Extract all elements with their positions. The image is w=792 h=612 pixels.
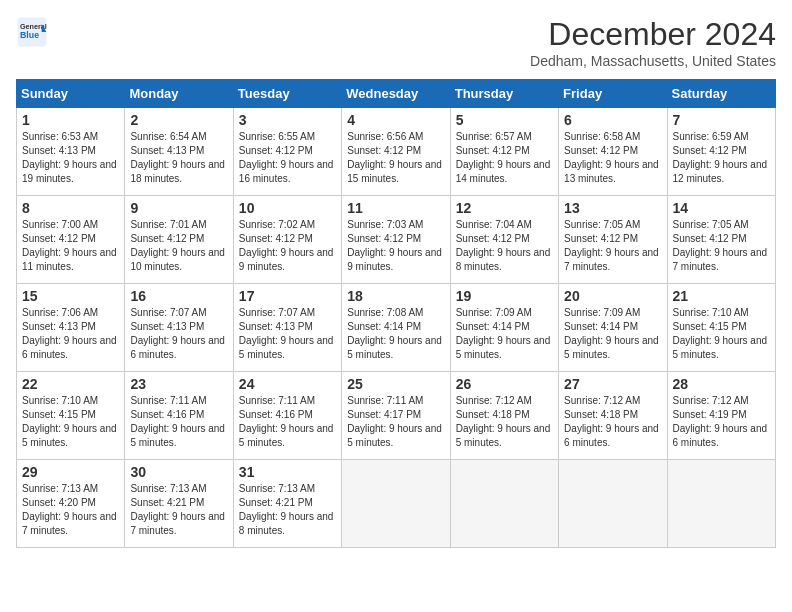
calendar-day-cell: 30 Sunrise: 7:13 AM Sunset: 4:21 PM Dayl…	[125, 460, 233, 548]
day-number: 10	[239, 200, 336, 216]
svg-text:Blue: Blue	[20, 30, 39, 40]
calendar-day-cell: 23 Sunrise: 7:11 AM Sunset: 4:16 PM Dayl…	[125, 372, 233, 460]
cell-info: Sunrise: 7:10 AM Sunset: 4:15 PM Dayligh…	[673, 306, 770, 362]
calendar-day-cell: 5 Sunrise: 6:57 AM Sunset: 4:12 PM Dayli…	[450, 108, 558, 196]
day-number: 1	[22, 112, 119, 128]
logo-icon: General Blue	[16, 16, 48, 48]
calendar-day-cell	[667, 460, 775, 548]
cell-info: Sunrise: 7:06 AM Sunset: 4:13 PM Dayligh…	[22, 306, 119, 362]
calendar-day-cell: 22 Sunrise: 7:10 AM Sunset: 4:15 PM Dayl…	[17, 372, 125, 460]
cell-info: Sunrise: 7:00 AM Sunset: 4:12 PM Dayligh…	[22, 218, 119, 274]
cell-info: Sunrise: 7:10 AM Sunset: 4:15 PM Dayligh…	[22, 394, 119, 450]
calendar-week-row: 8 Sunrise: 7:00 AM Sunset: 4:12 PM Dayli…	[17, 196, 776, 284]
cell-info: Sunrise: 7:07 AM Sunset: 4:13 PM Dayligh…	[239, 306, 336, 362]
weekday-header: Tuesday	[233, 80, 341, 108]
calendar-day-cell: 10 Sunrise: 7:02 AM Sunset: 4:12 PM Dayl…	[233, 196, 341, 284]
calendar-day-cell: 25 Sunrise: 7:11 AM Sunset: 4:17 PM Dayl…	[342, 372, 450, 460]
calendar-day-cell: 31 Sunrise: 7:13 AM Sunset: 4:21 PM Dayl…	[233, 460, 341, 548]
cell-info: Sunrise: 7:13 AM Sunset: 4:21 PM Dayligh…	[130, 482, 227, 538]
cell-info: Sunrise: 7:01 AM Sunset: 4:12 PM Dayligh…	[130, 218, 227, 274]
day-number: 21	[673, 288, 770, 304]
day-number: 31	[239, 464, 336, 480]
cell-info: Sunrise: 6:54 AM Sunset: 4:13 PM Dayligh…	[130, 130, 227, 186]
day-number: 9	[130, 200, 227, 216]
weekday-header: Friday	[559, 80, 667, 108]
weekday-header: Wednesday	[342, 80, 450, 108]
day-number: 5	[456, 112, 553, 128]
day-number: 8	[22, 200, 119, 216]
day-number: 30	[130, 464, 227, 480]
day-number: 3	[239, 112, 336, 128]
calendar-day-cell: 24 Sunrise: 7:11 AM Sunset: 4:16 PM Dayl…	[233, 372, 341, 460]
page-header: General Blue December 2024 Dedham, Massa…	[16, 16, 776, 69]
cell-info: Sunrise: 7:08 AM Sunset: 4:14 PM Dayligh…	[347, 306, 444, 362]
calendar-week-row: 22 Sunrise: 7:10 AM Sunset: 4:15 PM Dayl…	[17, 372, 776, 460]
day-number: 19	[456, 288, 553, 304]
calendar-day-cell: 20 Sunrise: 7:09 AM Sunset: 4:14 PM Dayl…	[559, 284, 667, 372]
weekday-header: Monday	[125, 80, 233, 108]
cell-info: Sunrise: 6:58 AM Sunset: 4:12 PM Dayligh…	[564, 130, 661, 186]
title-area: December 2024 Dedham, Massachusetts, Uni…	[530, 16, 776, 69]
calendar-day-cell	[450, 460, 558, 548]
calendar-day-cell: 8 Sunrise: 7:00 AM Sunset: 4:12 PM Dayli…	[17, 196, 125, 284]
calendar-day-cell: 9 Sunrise: 7:01 AM Sunset: 4:12 PM Dayli…	[125, 196, 233, 284]
calendar-day-cell: 28 Sunrise: 7:12 AM Sunset: 4:19 PM Dayl…	[667, 372, 775, 460]
calendar-day-cell: 17 Sunrise: 7:07 AM Sunset: 4:13 PM Dayl…	[233, 284, 341, 372]
day-number: 27	[564, 376, 661, 392]
calendar-day-cell: 2 Sunrise: 6:54 AM Sunset: 4:13 PM Dayli…	[125, 108, 233, 196]
day-number: 18	[347, 288, 444, 304]
calendar-day-cell: 15 Sunrise: 7:06 AM Sunset: 4:13 PM Dayl…	[17, 284, 125, 372]
calendar-day-cell: 26 Sunrise: 7:12 AM Sunset: 4:18 PM Dayl…	[450, 372, 558, 460]
cell-info: Sunrise: 7:04 AM Sunset: 4:12 PM Dayligh…	[456, 218, 553, 274]
calendar-day-cell: 12 Sunrise: 7:04 AM Sunset: 4:12 PM Dayl…	[450, 196, 558, 284]
cell-info: Sunrise: 6:57 AM Sunset: 4:12 PM Dayligh…	[456, 130, 553, 186]
cell-info: Sunrise: 6:55 AM Sunset: 4:12 PM Dayligh…	[239, 130, 336, 186]
day-number: 7	[673, 112, 770, 128]
day-number: 22	[22, 376, 119, 392]
cell-info: Sunrise: 7:13 AM Sunset: 4:21 PM Dayligh…	[239, 482, 336, 538]
cell-info: Sunrise: 7:11 AM Sunset: 4:17 PM Dayligh…	[347, 394, 444, 450]
day-number: 14	[673, 200, 770, 216]
cell-info: Sunrise: 7:09 AM Sunset: 4:14 PM Dayligh…	[456, 306, 553, 362]
day-number: 12	[456, 200, 553, 216]
calendar-day-cell: 14 Sunrise: 7:05 AM Sunset: 4:12 PM Dayl…	[667, 196, 775, 284]
calendar-week-row: 29 Sunrise: 7:13 AM Sunset: 4:20 PM Dayl…	[17, 460, 776, 548]
day-number: 29	[22, 464, 119, 480]
calendar-day-cell: 16 Sunrise: 7:07 AM Sunset: 4:13 PM Dayl…	[125, 284, 233, 372]
day-number: 11	[347, 200, 444, 216]
cell-info: Sunrise: 7:02 AM Sunset: 4:12 PM Dayligh…	[239, 218, 336, 274]
weekday-header: Sunday	[17, 80, 125, 108]
location: Dedham, Massachusetts, United States	[530, 53, 776, 69]
cell-info: Sunrise: 7:12 AM Sunset: 4:18 PM Dayligh…	[456, 394, 553, 450]
weekday-header: Saturday	[667, 80, 775, 108]
calendar-day-cell: 3 Sunrise: 6:55 AM Sunset: 4:12 PM Dayli…	[233, 108, 341, 196]
cell-info: Sunrise: 7:09 AM Sunset: 4:14 PM Dayligh…	[564, 306, 661, 362]
cell-info: Sunrise: 7:11 AM Sunset: 4:16 PM Dayligh…	[130, 394, 227, 450]
calendar-day-cell: 4 Sunrise: 6:56 AM Sunset: 4:12 PM Dayli…	[342, 108, 450, 196]
calendar-day-cell: 27 Sunrise: 7:12 AM Sunset: 4:18 PM Dayl…	[559, 372, 667, 460]
calendar-day-cell: 18 Sunrise: 7:08 AM Sunset: 4:14 PM Dayl…	[342, 284, 450, 372]
calendar-day-cell: 11 Sunrise: 7:03 AM Sunset: 4:12 PM Dayl…	[342, 196, 450, 284]
month-title: December 2024	[530, 16, 776, 53]
cell-info: Sunrise: 7:05 AM Sunset: 4:12 PM Dayligh…	[564, 218, 661, 274]
cell-info: Sunrise: 7:12 AM Sunset: 4:18 PM Dayligh…	[564, 394, 661, 450]
day-number: 4	[347, 112, 444, 128]
day-number: 13	[564, 200, 661, 216]
weekday-header: Thursday	[450, 80, 558, 108]
day-number: 6	[564, 112, 661, 128]
cell-info: Sunrise: 7:11 AM Sunset: 4:16 PM Dayligh…	[239, 394, 336, 450]
day-number: 23	[130, 376, 227, 392]
day-number: 25	[347, 376, 444, 392]
cell-info: Sunrise: 7:13 AM Sunset: 4:20 PM Dayligh…	[22, 482, 119, 538]
calendar-day-cell	[559, 460, 667, 548]
day-number: 20	[564, 288, 661, 304]
calendar-day-cell	[342, 460, 450, 548]
weekday-header-row: SundayMondayTuesdayWednesdayThursdayFrid…	[17, 80, 776, 108]
calendar-day-cell: 19 Sunrise: 7:09 AM Sunset: 4:14 PM Dayl…	[450, 284, 558, 372]
calendar-day-cell: 6 Sunrise: 6:58 AM Sunset: 4:12 PM Dayli…	[559, 108, 667, 196]
calendar-day-cell: 13 Sunrise: 7:05 AM Sunset: 4:12 PM Dayl…	[559, 196, 667, 284]
day-number: 26	[456, 376, 553, 392]
cell-info: Sunrise: 6:53 AM Sunset: 4:13 PM Dayligh…	[22, 130, 119, 186]
day-number: 24	[239, 376, 336, 392]
day-number: 2	[130, 112, 227, 128]
